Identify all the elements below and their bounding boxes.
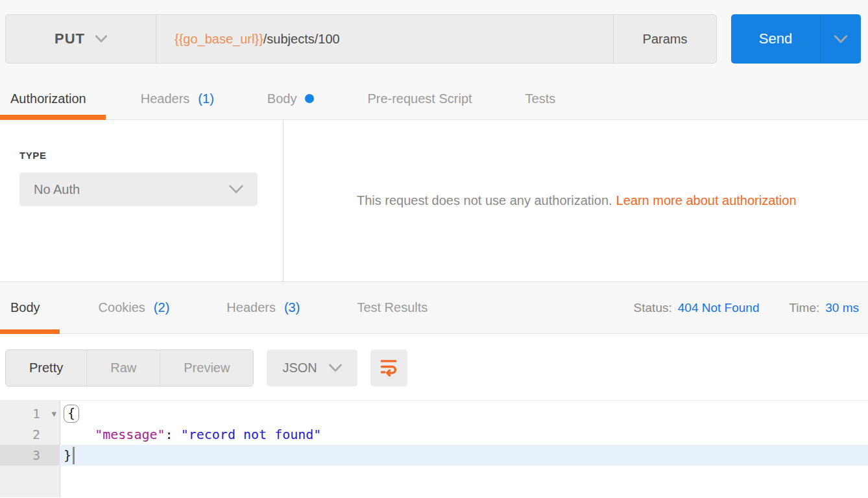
send-button[interactable]: Send xyxy=(731,14,820,64)
status-indicator: Status:404 Not Found xyxy=(634,301,760,315)
status-label: Status: xyxy=(634,301,672,314)
tab-label: Tests xyxy=(525,91,556,106)
chevron-down-icon xyxy=(834,35,847,43)
text-wrap-icon xyxy=(378,357,399,379)
line-gutter: 3 xyxy=(0,445,60,466)
format-value: JSON xyxy=(282,361,317,375)
tab-pre-request-script[interactable]: Pre-request Script xyxy=(349,78,490,119)
chevron-down-icon xyxy=(95,35,107,43)
time-label: Time: xyxy=(789,301,819,314)
line-gutter: 2 xyxy=(0,424,60,445)
auth-type-select[interactable]: No Auth xyxy=(19,172,258,206)
url-group: PUT {{go_base_url}}/subjects/100 Params xyxy=(5,14,717,64)
type-label: TYPE xyxy=(19,150,283,161)
time-value: 30 ms xyxy=(825,301,859,314)
request-builder-bar: PUT {{go_base_url}}/subjects/100 Params … xyxy=(0,0,868,78)
method-label: PUT xyxy=(54,30,85,47)
code-text: { xyxy=(60,403,868,424)
time-indicator: Time:30 ms xyxy=(789,301,859,315)
request-tabs: Authorization Headers (1) Body Pre-reque… xyxy=(0,78,868,120)
preview-button[interactable]: Preview xyxy=(160,350,253,386)
code-indent xyxy=(64,427,95,442)
learn-more-link[interactable]: Learn more about authorization xyxy=(616,193,797,208)
code-line-active: 3 } xyxy=(0,445,868,466)
body-content-dot-icon xyxy=(305,94,314,103)
line-gutter: 1 ▾ xyxy=(0,403,60,424)
response-tab-body[interactable]: Body xyxy=(0,282,60,333)
headers-count-badge: (3) xyxy=(284,300,300,315)
response-tab-headers[interactable]: Headers (3) xyxy=(208,282,318,333)
line-number: 1 xyxy=(32,406,40,421)
tab-label: Body xyxy=(10,300,40,315)
code-line: 2 "message": "record not found" xyxy=(0,424,868,445)
tab-label: Body xyxy=(267,91,297,106)
json-key: "message" xyxy=(95,427,165,442)
tab-body[interactable]: Body xyxy=(249,78,333,119)
tab-label: Headers xyxy=(141,91,190,106)
matched-bracket: { xyxy=(64,405,79,423)
json-string-value: "record not found" xyxy=(181,427,322,442)
headers-count-badge: (1) xyxy=(198,91,213,106)
url-environment-variable: {{go_base_url}} xyxy=(175,32,263,47)
authorization-panel: TYPE No Auth This request does not use a… xyxy=(0,120,868,282)
code-text: } xyxy=(60,445,868,466)
tab-label: Cookies xyxy=(99,300,145,315)
response-body-editor[interactable]: 1 ▾ { 2 "message": "record not found" 3 … xyxy=(0,400,868,497)
auth-type-value: No Auth xyxy=(34,182,229,197)
tab-label: Headers xyxy=(226,300,276,315)
url-path: /subjects/100 xyxy=(263,32,340,47)
authorization-help-pane: This request does not use any authorizat… xyxy=(283,120,868,281)
json-colon: : xyxy=(165,427,181,442)
line-number: 3 xyxy=(32,447,40,463)
closing-brace: } xyxy=(64,447,71,463)
tab-headers[interactable]: Headers (1) xyxy=(123,78,232,119)
response-header: Body Cookies (2) Headers (3) Test Result… xyxy=(0,282,868,334)
tab-label: Pre-request Script xyxy=(367,91,472,106)
code-line: 1 ▾ { xyxy=(0,403,868,424)
line-number: 2 xyxy=(32,427,40,442)
response-tab-cookies[interactable]: Cookies (2) xyxy=(80,282,188,333)
wrap-text-button[interactable] xyxy=(370,350,407,386)
tab-label: Test Results xyxy=(357,300,428,315)
raw-button[interactable]: Raw xyxy=(86,350,160,386)
view-mode-group: Pretty Raw Preview xyxy=(5,350,254,386)
cookies-count-badge: (2) xyxy=(154,300,169,315)
response-meta: Status:404 Not Found Time:30 ms xyxy=(634,282,868,333)
response-tab-test-results[interactable]: Test Results xyxy=(339,282,446,333)
tab-label: Authorization xyxy=(10,91,86,106)
text-cursor xyxy=(73,447,75,464)
code-text: "message": "record not found" xyxy=(60,424,868,445)
url-input[interactable]: {{go_base_url}}/subjects/100 xyxy=(156,15,614,63)
format-dropdown[interactable]: JSON xyxy=(267,350,357,386)
tab-tests[interactable]: Tests xyxy=(507,78,574,119)
send-options-button[interactable] xyxy=(820,14,861,64)
status-value: 404 Not Found xyxy=(678,301,760,314)
chevron-down-icon xyxy=(229,185,243,194)
response-toolbar: Pretty Raw Preview JSON xyxy=(0,334,868,400)
send-button-group: Send xyxy=(731,14,861,64)
authorization-type-pane: TYPE No Auth xyxy=(0,120,283,281)
pretty-button[interactable]: Pretty xyxy=(6,350,86,386)
params-button[interactable]: Params xyxy=(614,15,716,63)
chevron-down-icon xyxy=(329,364,342,372)
tab-authorization[interactable]: Authorization xyxy=(0,78,106,119)
fold-caret-icon[interactable]: ▾ xyxy=(51,408,56,420)
auth-help-text: This request does not use any authorizat… xyxy=(357,193,612,208)
method-dropdown[interactable]: PUT xyxy=(6,15,156,63)
